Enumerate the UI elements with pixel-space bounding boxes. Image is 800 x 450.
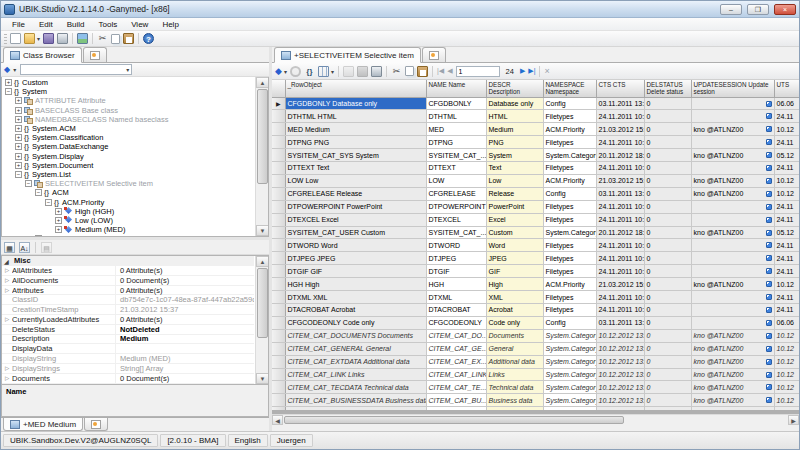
cell-descr[interactable]: System: [486, 149, 543, 162]
cell-uts[interactable]: 24.04: [774, 407, 799, 410]
delete-row-button[interactable]: ×: [544, 66, 549, 76]
copy-button[interactable]: [405, 66, 414, 76]
cell-ns[interactable]: Filetypes: [543, 291, 596, 304]
cell-cts[interactable]: 24.11.2011 10:14: [596, 136, 644, 149]
cell-uts[interactable]: 24.11: [774, 136, 799, 149]
grid-row[interactable]: MED MediumMEDMediumACM.Priority21.03.201…: [272, 123, 799, 136]
cell-del[interactable]: 0: [644, 265, 691, 278]
cell-descr[interactable]: PNG: [486, 136, 543, 149]
grid-row[interactable]: SYSITEM_CAT_SYS SystemSYSITEM_CAT_...Sys…: [272, 149, 799, 162]
column-header[interactable]: DESCR Description: [486, 80, 543, 97]
collapse-icon[interactable]: −: [15, 171, 22, 178]
tree-item[interactable]: −{}System.List: [3, 170, 254, 179]
cell-cts[interactable]: 10.12.2012 13:43: [596, 329, 644, 342]
expand-icon[interactable]: ▷: [2, 267, 12, 273]
grid-row[interactable]: DTEXCEL ExcelDTEXCELExcelFiletypes24.11.…: [272, 213, 799, 226]
grid-row[interactable]: CITEM_CAT_BUSINESSDATA Business dataCITE…: [272, 394, 799, 407]
tree-item[interactable]: −{}ACM.Priority: [3, 197, 254, 206]
cell-name[interactable]: DTTEXT: [426, 162, 486, 175]
tab-class-browser[interactable]: Class Browser: [3, 47, 82, 63]
class-filter-combobox[interactable]: ▾: [20, 64, 132, 75]
cell-ns[interactable]: System.Category: [543, 226, 596, 239]
new-document-button[interactable]: [10, 33, 21, 44]
image-button[interactable]: [77, 33, 88, 44]
property-value[interactable]: 0 Attribute(s): [116, 266, 254, 275]
grid-row[interactable]: LOW LowLOWLowACM.Priority21.03.2012 15:3…: [272, 174, 799, 187]
cell-uts[interactable]: 24.11: [774, 162, 799, 175]
category-collapse-icon[interactable]: ◢: [4, 257, 9, 267]
cell-cts[interactable]: 24.11.2011 10:14: [596, 110, 644, 123]
row-header[interactable]: [272, 316, 285, 329]
property-value[interactable]: 0 Document(s): [116, 374, 254, 383]
cell-name[interactable]: CITEM_CAT_TE...: [426, 381, 486, 394]
cell-descr[interactable]: PowerPoint: [486, 200, 543, 213]
cell-del[interactable]: 0: [644, 123, 691, 136]
cell-row[interactable]: LOW Low: [285, 174, 426, 187]
cell-cts[interactable]: 10.12.2012 13:07: [596, 342, 644, 355]
cell-row[interactable]: DTXML XML: [285, 291, 426, 304]
filter-button[interactable]: ◆: [4, 65, 10, 74]
scroll-up-icon[interactable]: ▲: [256, 77, 269, 88]
cell-uts[interactable]: 10.12: [774, 394, 799, 407]
tab-med-medium[interactable]: +MED Medium: [3, 418, 83, 431]
cell-uts[interactable]: 10.12: [774, 123, 799, 136]
expand-icon[interactable]: ▷: [2, 365, 12, 371]
cell-uts[interactable]: 10.12: [774, 187, 799, 200]
cell-name[interactable]: HGH: [426, 278, 486, 291]
cell-name[interactable]: DTPNG: [426, 136, 486, 149]
cell-name[interactable]: DTHTML: [426, 110, 486, 123]
cell-descr[interactable]: Release: [486, 187, 543, 200]
last-page-button[interactable]: ▶|: [528, 67, 535, 75]
cell-cts[interactable]: 10.12.2012 13:42: [596, 368, 644, 381]
cell-row[interactable]: CITEM_CAT_LINK Links: [285, 368, 426, 381]
grid-row[interactable]: DTPOWERPOINT PowerPointDTPOWERPOINTPower…: [272, 200, 799, 213]
cell-ns[interactable]: System.Category...: [543, 394, 596, 407]
cell-descr[interactable]: Documents: [486, 329, 543, 342]
tab-new-document[interactable]: [83, 47, 107, 62]
property-value[interactable]: NotDeleted: [116, 325, 254, 334]
expand-icon[interactable]: +: [5, 79, 12, 86]
cell-name[interactable]: DTEXCEL: [426, 213, 486, 226]
cell-del[interactable]: 0: [644, 342, 691, 355]
menu-help[interactable]: Help: [155, 20, 185, 29]
property-row[interactable]: DescriptionMedium: [2, 335, 254, 345]
filter-button[interactable]: ◆: [275, 66, 282, 76]
cell-row[interactable]: SYSITEM_CAT_SYS System: [285, 149, 426, 162]
cell-uts[interactable]: 10.12: [774, 355, 799, 368]
cell-upd[interactable]: kno @ATLNZ00: [691, 174, 774, 187]
restore-button[interactable]: ❐: [747, 4, 769, 15]
cut-icon[interactable]: ✂: [391, 66, 402, 77]
scroll-up-icon[interactable]: ▲: [256, 256, 269, 267]
tree-item[interactable]: +{}System.Document: [3, 161, 254, 170]
expand-icon[interactable]: ▷: [2, 287, 12, 293]
cell-upd[interactable]: kno @ATLNZ00: [691, 329, 774, 342]
cell-ns[interactable]: System.Category...: [543, 381, 596, 394]
cell-uts[interactable]: 10.12: [774, 342, 799, 355]
cell-upd[interactable]: [691, 316, 774, 329]
cell-cts[interactable]: 24.11.2011 10:14: [596, 239, 644, 252]
cell-uts[interactable]: 24.11: [774, 239, 799, 252]
cell-cts[interactable]: 24.11.2011 10:14: [596, 213, 644, 226]
cell-upd[interactable]: kno @ATLNZ00: [691, 394, 774, 407]
cell-row[interactable]: SYSITEM_CAT_USER Custom: [285, 226, 426, 239]
cell-del[interactable]: 0: [644, 226, 691, 239]
cell-cts[interactable]: 03.11.2011 13:46: [596, 316, 644, 329]
cell-descr[interactable]: HTML: [486, 110, 543, 123]
cell-name[interactable]: CITEM_CAT_LINK: [426, 368, 486, 381]
cell-del[interactable]: 0: [644, 355, 691, 368]
filter-dropdown-icon[interactable]: ▾: [284, 68, 287, 75]
cell-uts[interactable]: 10.12: [774, 329, 799, 342]
cell-cts[interactable]: 24.11.2011 10:14: [596, 162, 644, 175]
property-row[interactable]: ▷AllDocuments0 Document(s): [2, 276, 254, 286]
cell-upd[interactable]: [691, 213, 774, 226]
property-value[interactable]: db754e7c-1c07-48ea-87af-447ab22a59d0: [116, 295, 254, 304]
tab-selectiveitem[interactable]: +SELECTIVEITEM Selective item: [274, 47, 421, 63]
grid-row[interactable]: DTWORD WordDTWORDWordFiletypes24.11.2011…: [272, 239, 799, 252]
cell-ns[interactable]: Config: [543, 97, 596, 110]
cell-row[interactable]: [285, 407, 426, 410]
cell-row[interactable]: DTACROBAT Acrobat: [285, 304, 426, 317]
close-button[interactable]: ×: [774, 4, 796, 15]
cell-name[interactable]: CITEM_CAT_EX...: [426, 355, 486, 368]
cell-cts[interactable]: 20.11.2012 18:02: [596, 149, 644, 162]
cell-descr[interactable]: Word: [486, 239, 543, 252]
